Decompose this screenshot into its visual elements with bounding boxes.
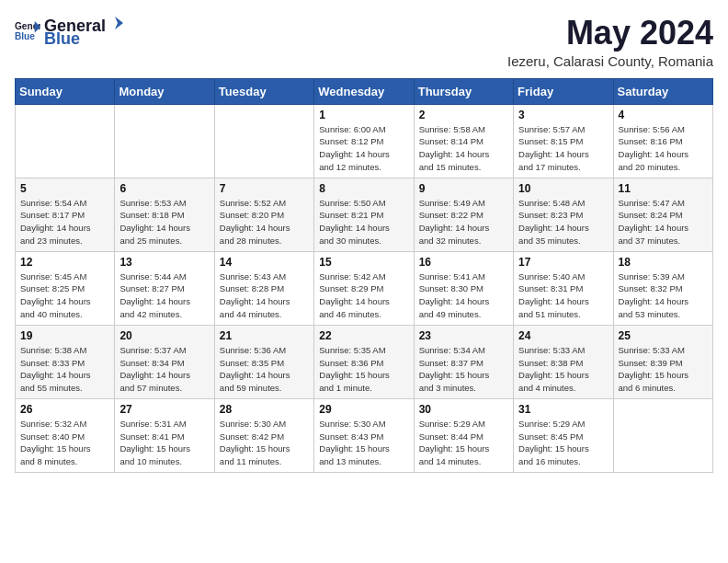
logo-bird-icon: [107, 15, 123, 31]
calendar-cell: 11Sunrise: 5:47 AM Sunset: 8:24 PM Dayli…: [613, 178, 712, 251]
day-info: Sunrise: 5:30 AM Sunset: 8:42 PM Dayligh…: [220, 418, 309, 468]
calendar-week-row: 5Sunrise: 5:54 AM Sunset: 8:17 PM Daylig…: [16, 178, 713, 251]
day-number: 30: [419, 403, 508, 416]
calendar-cell: 31Sunrise: 5:29 AM Sunset: 8:45 PM Dayli…: [514, 398, 613, 472]
calendar-cell: 10Sunrise: 5:48 AM Sunset: 8:23 PM Dayli…: [514, 178, 613, 251]
day-number: 22: [319, 329, 408, 342]
calendar-cell: 15Sunrise: 5:42 AM Sunset: 8:29 PM Dayli…: [314, 251, 414, 325]
weekday-header-friday: Friday: [514, 78, 613, 104]
calendar-cell: 9Sunrise: 5:49 AM Sunset: 8:22 PM Daylig…: [414, 178, 513, 251]
logo: General Blue General Blue: [15, 15, 124, 47]
calendar-week-row: 19Sunrise: 5:38 AM Sunset: 8:33 PM Dayli…: [16, 325, 713, 398]
day-number: 4: [619, 109, 708, 121]
calendar-cell: 19Sunrise: 5:38 AM Sunset: 8:33 PM Dayli…: [16, 325, 115, 398]
day-number: 10: [518, 182, 608, 195]
day-info: Sunrise: 5:50 AM Sunset: 8:21 PM Dayligh…: [319, 197, 408, 247]
day-number: 7: [220, 182, 309, 195]
calendar-cell: 4Sunrise: 5:56 AM Sunset: 8:16 PM Daylig…: [613, 104, 712, 178]
day-info: Sunrise: 5:38 AM Sunset: 8:33 PM Dayligh…: [20, 344, 109, 395]
weekday-header-wednesday: Wednesday: [314, 78, 414, 104]
day-info: Sunrise: 5:47 AM Sunset: 8:24 PM Dayligh…: [619, 197, 708, 247]
page-header: General Blue General Blue May 2024 Iezer…: [15, 15, 713, 69]
logo-icon: General Blue: [15, 18, 40, 44]
day-number: 11: [619, 182, 708, 195]
day-info: Sunrise: 5:49 AM Sunset: 8:22 PM Dayligh…: [419, 197, 508, 247]
calendar-cell: 26Sunrise: 5:32 AM Sunset: 8:40 PM Dayli…: [16, 398, 115, 472]
day-number: 21: [220, 329, 309, 342]
calendar-week-row: 12Sunrise: 5:45 AM Sunset: 8:25 PM Dayli…: [16, 251, 713, 325]
day-number: 23: [419, 329, 508, 342]
day-info: Sunrise: 5:42 AM Sunset: 8:29 PM Dayligh…: [319, 270, 408, 321]
calendar-cell: 14Sunrise: 5:43 AM Sunset: 8:28 PM Dayli…: [214, 251, 313, 325]
day-number: 15: [319, 256, 408, 269]
day-info: Sunrise: 5:58 AM Sunset: 8:14 PM Dayligh…: [419, 123, 508, 174]
location-title: Iezeru, Calarasi County, Romania: [507, 53, 713, 69]
calendar-week-row: 26Sunrise: 5:32 AM Sunset: 8:40 PM Dayli…: [16, 398, 713, 472]
day-number: 8: [319, 182, 408, 195]
day-info: Sunrise: 5:30 AM Sunset: 8:43 PM Dayligh…: [319, 418, 408, 468]
day-info: Sunrise: 5:52 AM Sunset: 8:20 PM Dayligh…: [220, 197, 309, 247]
day-info: Sunrise: 5:57 AM Sunset: 8:15 PM Dayligh…: [518, 123, 608, 174]
day-info: Sunrise: 5:29 AM Sunset: 8:44 PM Dayligh…: [419, 418, 508, 468]
day-number: 28: [220, 403, 309, 416]
day-number: 24: [518, 329, 608, 342]
day-info: Sunrise: 5:32 AM Sunset: 8:40 PM Dayligh…: [20, 418, 109, 468]
calendar-cell: 29Sunrise: 5:30 AM Sunset: 8:43 PM Dayli…: [314, 398, 414, 472]
day-number: 31: [518, 403, 608, 416]
calendar-cell: 5Sunrise: 5:54 AM Sunset: 8:17 PM Daylig…: [16, 178, 115, 251]
day-number: 3: [518, 109, 608, 121]
calendar-cell: 3Sunrise: 5:57 AM Sunset: 8:15 PM Daylig…: [514, 104, 613, 178]
calendar-cell: 28Sunrise: 5:30 AM Sunset: 8:42 PM Dayli…: [214, 398, 313, 472]
calendar-table: SundayMondayTuesdayWednesdayThursdayFrid…: [15, 78, 713, 473]
calendar-cell: 6Sunrise: 5:53 AM Sunset: 8:18 PM Daylig…: [115, 178, 214, 251]
month-title: May 2024: [507, 15, 713, 52]
day-number: 6: [119, 182, 209, 195]
calendar-cell: 24Sunrise: 5:33 AM Sunset: 8:38 PM Dayli…: [514, 325, 613, 398]
day-number: 19: [20, 329, 109, 342]
weekday-header-thursday: Thursday: [414, 78, 513, 104]
calendar-cell: 25Sunrise: 5:33 AM Sunset: 8:39 PM Dayli…: [613, 325, 712, 398]
day-number: 9: [419, 182, 508, 195]
day-info: Sunrise: 5:36 AM Sunset: 8:35 PM Dayligh…: [220, 344, 309, 395]
day-info: Sunrise: 5:53 AM Sunset: 8:18 PM Dayligh…: [119, 197, 209, 247]
calendar-cell: 12Sunrise: 5:45 AM Sunset: 8:25 PM Dayli…: [16, 251, 115, 325]
day-number: 16: [419, 256, 508, 269]
weekday-header-sunday: Sunday: [16, 78, 115, 104]
day-info: Sunrise: 5:56 AM Sunset: 8:16 PM Dayligh…: [619, 123, 708, 174]
day-number: 5: [20, 182, 109, 195]
day-info: Sunrise: 5:34 AM Sunset: 8:37 PM Dayligh…: [419, 344, 508, 395]
calendar-cell: 13Sunrise: 5:44 AM Sunset: 8:27 PM Dayli…: [115, 251, 214, 325]
day-info: Sunrise: 5:54 AM Sunset: 8:17 PM Dayligh…: [20, 197, 109, 247]
calendar-cell: 2Sunrise: 5:58 AM Sunset: 8:14 PM Daylig…: [414, 104, 513, 178]
calendar-cell: [613, 398, 712, 472]
calendar-cell: 20Sunrise: 5:37 AM Sunset: 8:34 PM Dayli…: [115, 325, 214, 398]
day-number: 18: [619, 256, 708, 269]
title-section: May 2024 Iezeru, Calarasi County, Romani…: [507, 15, 713, 69]
day-info: Sunrise: 5:48 AM Sunset: 8:23 PM Dayligh…: [518, 197, 608, 247]
calendar-cell: 18Sunrise: 5:39 AM Sunset: 8:32 PM Dayli…: [613, 251, 712, 325]
calendar-cell: [16, 104, 115, 178]
day-info: Sunrise: 5:39 AM Sunset: 8:32 PM Dayligh…: [619, 270, 708, 321]
day-number: 26: [20, 403, 109, 416]
day-info: Sunrise: 5:31 AM Sunset: 8:41 PM Dayligh…: [119, 418, 209, 468]
day-number: 13: [119, 256, 209, 269]
day-info: Sunrise: 5:37 AM Sunset: 8:34 PM Dayligh…: [119, 344, 209, 395]
calendar-cell: 8Sunrise: 5:50 AM Sunset: 8:21 PM Daylig…: [314, 178, 414, 251]
calendar-cell: 17Sunrise: 5:40 AM Sunset: 8:31 PM Dayli…: [514, 251, 613, 325]
day-info: Sunrise: 5:33 AM Sunset: 8:39 PM Dayligh…: [619, 344, 708, 395]
day-info: Sunrise: 5:41 AM Sunset: 8:30 PM Dayligh…: [419, 270, 508, 321]
day-number: 27: [119, 403, 209, 416]
day-info: Sunrise: 5:35 AM Sunset: 8:36 PM Dayligh…: [319, 344, 408, 395]
calendar-cell: 30Sunrise: 5:29 AM Sunset: 8:44 PM Dayli…: [414, 398, 513, 472]
day-info: Sunrise: 5:29 AM Sunset: 8:45 PM Dayligh…: [518, 418, 608, 468]
weekday-header-tuesday: Tuesday: [214, 78, 313, 104]
calendar-week-row: 1Sunrise: 6:00 AM Sunset: 8:12 PM Daylig…: [16, 104, 713, 178]
day-info: Sunrise: 5:43 AM Sunset: 8:28 PM Dayligh…: [220, 270, 309, 321]
calendar-cell: 7Sunrise: 5:52 AM Sunset: 8:20 PM Daylig…: [214, 178, 313, 251]
day-number: 1: [319, 109, 408, 121]
day-number: 25: [619, 329, 708, 342]
weekday-header-monday: Monday: [115, 78, 214, 104]
calendar-cell: 16Sunrise: 5:41 AM Sunset: 8:30 PM Dayli…: [414, 251, 513, 325]
day-number: 20: [119, 329, 209, 342]
calendar-cell: 1Sunrise: 6:00 AM Sunset: 8:12 PM Daylig…: [314, 104, 414, 178]
